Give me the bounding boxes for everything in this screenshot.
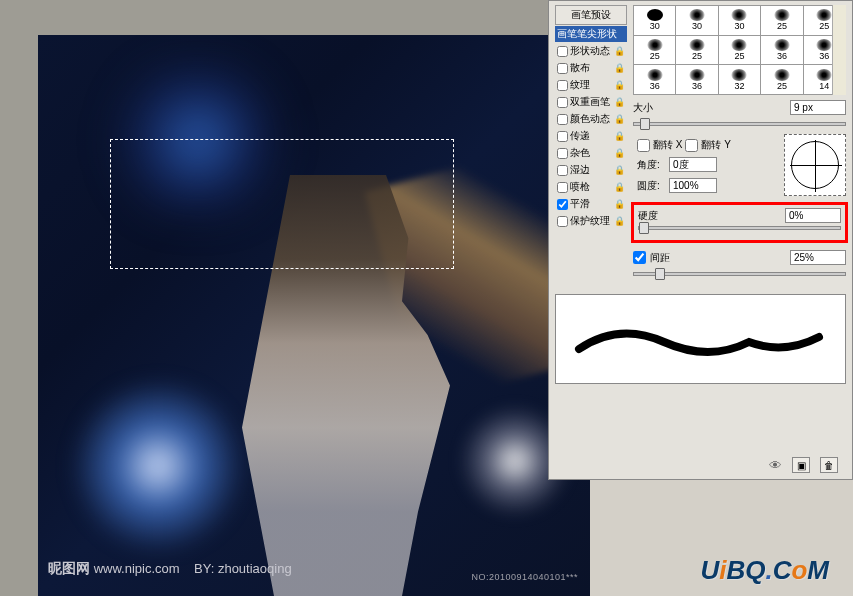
brush-tip[interactable]: 30 <box>634 6 675 35</box>
option-label: 形状动态 <box>570 44 610 58</box>
hardness-slider[interactable] <box>638 226 841 230</box>
size-label: 大小 <box>633 101 661 115</box>
spacing-row: 间距 <box>633 249 846 266</box>
spacing-slider[interactable] <box>633 272 846 276</box>
checkbox[interactable] <box>557 97 568 108</box>
option-brush-tip-shape[interactable]: 画笔笔尖形状 <box>555 26 627 42</box>
brush-tip[interactable]: 36 <box>676 65 717 94</box>
hardness-highlight: 硬度 <box>631 202 848 243</box>
angle-control[interactable] <box>784 134 846 196</box>
checkbox[interactable] <box>557 165 568 176</box>
lock-icon: 🔒 <box>614 165 625 175</box>
option-label: 保护纹理 <box>570 214 610 228</box>
hardness-label: 硬度 <box>638 209 666 223</box>
brush-tip[interactable]: 25 <box>634 36 675 65</box>
lock-icon: 🔒 <box>614 63 625 73</box>
option-label: 杂色 <box>570 146 590 160</box>
hardness-row: 硬度 <box>638 207 841 224</box>
lock-icon: 🔒 <box>614 114 625 124</box>
watermark-site: 昵图网 <box>48 560 90 576</box>
option-color-dynamics[interactable]: 颜色动态 🔒 <box>555 111 627 127</box>
option-noise[interactable]: 杂色 🔒 <box>555 145 627 161</box>
scrollbar[interactable] <box>832 5 846 95</box>
hardness-input[interactable] <box>785 208 841 223</box>
brush-tip-grid[interactable]: 30 30 30 25 25 25 25 25 36 36 36 36 32 2… <box>633 5 846 95</box>
brush-tip[interactable]: 30 <box>676 6 717 35</box>
option-shape-dynamics[interactable]: 形状动态 🔒 <box>555 43 627 59</box>
watermark-url: www.nipic.com <box>94 561 180 576</box>
checkbox[interactable] <box>557 148 568 159</box>
angle-input[interactable] <box>669 157 717 172</box>
flip-x-checkbox[interactable] <box>637 139 650 152</box>
slider-thumb[interactable] <box>639 222 649 234</box>
spacing-input[interactable] <box>790 250 846 265</box>
slider-thumb[interactable] <box>655 268 665 280</box>
option-wet-edges[interactable]: 湿边 🔒 <box>555 162 627 178</box>
checkbox[interactable] <box>557 63 568 74</box>
option-dual-brush[interactable]: 双重画笔 🔒 <box>555 94 627 110</box>
roundness-input[interactable] <box>669 178 717 193</box>
checkbox[interactable] <box>557 114 568 125</box>
checkbox[interactable] <box>557 131 568 142</box>
roundness-label: 圆度: <box>637 179 665 193</box>
lock-icon: 🔒 <box>614 46 625 56</box>
option-label: 画笔笔尖形状 <box>557 27 617 41</box>
size-row: 大小 <box>633 99 846 116</box>
lock-icon: 🔒 <box>614 216 625 226</box>
option-scattering[interactable]: 散布 🔒 <box>555 60 627 76</box>
brush-tip[interactable]: 25 <box>761 65 802 94</box>
roundness-row: 圆度: <box>637 177 778 194</box>
brush-tip[interactable]: 30 <box>719 6 760 35</box>
checkbox[interactable] <box>557 46 568 57</box>
checkbox[interactable] <box>557 80 568 91</box>
flip-y-checkbox[interactable] <box>685 139 698 152</box>
option-label: 平滑 <box>570 197 590 211</box>
flip-y-label: 翻转 Y <box>701 138 730 152</box>
lock-icon: 🔒 <box>614 199 625 209</box>
watermark-number: NO:20100914040101*** <box>471 572 578 582</box>
brush-panel: 思缘设计论坛 www.MISSYUAN.COM 画笔预设 画笔笔尖形状 形状动态… <box>548 0 853 480</box>
brush-tip[interactable]: 25 <box>719 36 760 65</box>
brush-options-list: 画笔预设 画笔笔尖形状 形状动态 🔒 散布 🔒 纹理 🔒 双重画笔 <box>555 5 627 280</box>
brush-tip[interactable]: 32 <box>719 65 760 94</box>
watermark-left: 昵图网 www.nipic.com BY: zhoutiaoqing <box>48 560 292 578</box>
lock-icon: 🔒 <box>614 182 625 192</box>
delete-button[interactable]: 🗑 <box>820 457 838 473</box>
new-preset-button[interactable]: ▣ <box>792 457 810 473</box>
flip-row: 翻转 X 翻转 Y <box>637 138 778 152</box>
option-smoothing[interactable]: 平滑 🔒 <box>555 196 627 212</box>
checkbox[interactable] <box>557 182 568 193</box>
option-label: 传递 <box>570 129 590 143</box>
stroke-preview-icon <box>574 327 824 357</box>
canvas-workspace: 昵图网 www.nipic.com BY: zhoutiaoqing NO:20… <box>0 0 590 596</box>
option-label: 湿边 <box>570 163 590 177</box>
angle-label: 角度: <box>637 158 665 172</box>
option-protect-texture[interactable]: 保护纹理 🔒 <box>555 213 627 229</box>
option-label: 颜色动态 <box>570 112 610 126</box>
size-slider[interactable] <box>633 122 846 126</box>
option-label: 喷枪 <box>570 180 590 194</box>
panel-footer: 👁 ▣ 🗑 <box>769 457 838 473</box>
spacing-label: 间距 <box>650 251 678 265</box>
checkbox[interactable] <box>557 199 568 210</box>
slider-thumb[interactable] <box>640 118 650 130</box>
brush-tip[interactable]: 25 <box>761 6 802 35</box>
selection-marquee[interactable] <box>110 139 454 269</box>
watermark-author: BY: zhoutiaoqing <box>194 561 292 576</box>
brush-tip[interactable]: 36 <box>634 65 675 94</box>
spacing-checkbox[interactable] <box>633 251 646 264</box>
document-image[interactable]: 昵图网 www.nipic.com BY: zhoutiaoqing NO:20… <box>38 35 590 596</box>
checkbox[interactable] <box>557 216 568 227</box>
brush-settings: 30 30 30 25 25 25 25 25 36 36 36 36 32 2… <box>633 5 846 280</box>
lock-icon: 🔒 <box>614 131 625 141</box>
brush-tip[interactable]: 25 <box>676 36 717 65</box>
size-input[interactable] <box>790 100 846 115</box>
eye-icon[interactable]: 👁 <box>769 458 782 473</box>
lock-icon: 🔒 <box>614 148 625 158</box>
brush-tip[interactable]: 36 <box>761 36 802 65</box>
brush-preset-button[interactable]: 画笔预设 <box>555 5 627 25</box>
option-airbrush[interactable]: 喷枪 🔒 <box>555 179 627 195</box>
option-texture[interactable]: 纹理 🔒 <box>555 77 627 93</box>
option-transfer[interactable]: 传递 🔒 <box>555 128 627 144</box>
lock-icon: 🔒 <box>614 80 625 90</box>
